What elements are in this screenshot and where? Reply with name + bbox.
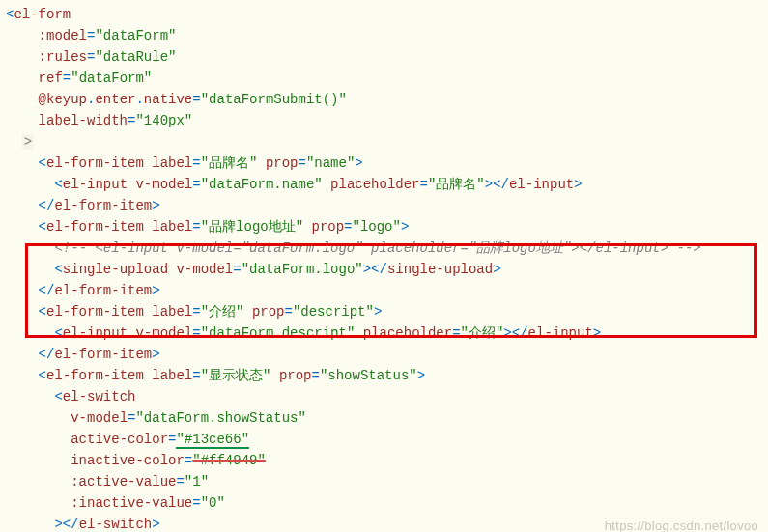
code-line: <el-form: [0, 4, 768, 25]
code-line: :inactive-value="0": [0, 492, 768, 514]
code-line: inactive-color="#ff4949": [0, 450, 768, 471]
code-line: v-model="dataForm.showStatus": [0, 407, 768, 429]
code-line: >: [0, 131, 768, 153]
code-comment: <!-- <el-input v-model="dataForm.logo" p…: [54, 240, 700, 256]
code-line: :model="dataForm": [0, 25, 768, 46]
code-line: <single-upload v-model="dataForm.logo"><…: [0, 259, 768, 280]
code-line: label-width="140px": [0, 110, 768, 131]
code-line: </el-form-item>: [0, 344, 768, 365]
code-line: </el-form-item>: [0, 195, 768, 216]
code-line: <el-form-item label="品牌名" prop="name">: [0, 153, 768, 174]
code-line: <el-form-item label="介绍" prop="descript"…: [0, 301, 768, 322]
code-line: <el-switch: [0, 386, 768, 407]
code-line: <el-form-item label="品牌logo地址" prop="log…: [0, 216, 768, 238]
code-line: :rules="dataRule": [0, 46, 768, 68]
code-line: <el-input v-model="dataForm.name" placeh…: [0, 174, 768, 195]
active-color-value: "#13ce66": [176, 432, 249, 449]
code-line: :active-value="1": [0, 471, 768, 492]
code-line: ref="dataForm": [0, 68, 768, 89]
code-line: <!-- <el-input v-model="dataForm.logo" p…: [0, 238, 768, 259]
code-line: </el-form-item>: [0, 280, 768, 301]
code-line: <el-input v-model="dataForm.descript" pl…: [0, 322, 768, 344]
code-line: <el-form-item label="显示状态" prop="showSta…: [0, 365, 768, 386]
fold-handle[interactable]: >: [22, 134, 34, 150]
code-line: ></el-switch>: [0, 514, 768, 532]
code-line: @keyup.enter.native="dataFormSubmit()": [0, 89, 768, 110]
inactive-color-value: "#ff4949": [192, 453, 266, 468]
code-text: el-form: [14, 7, 71, 22]
code-line: active-color="#13ce66": [0, 429, 768, 450]
code-block: <el-form :model="dataForm" :rules="dataR…: [0, 4, 768, 532]
